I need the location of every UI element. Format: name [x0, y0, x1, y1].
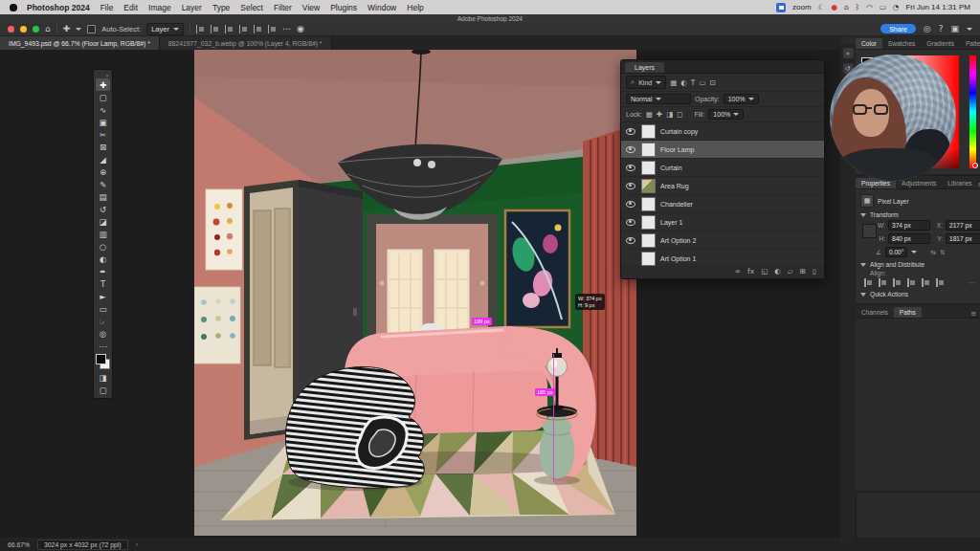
move-tool-options-icon[interactable]: ✚: [63, 25, 71, 33]
lasso-tool[interactable]: ∿: [96, 103, 110, 116]
window-minimize-button[interactable]: [20, 26, 27, 33]
filter-pixel-icon[interactable]: ▦: [670, 78, 677, 87]
share-button[interactable]: Share: [880, 24, 916, 33]
menu-edit[interactable]: Edit: [123, 3, 138, 12]
layer-row-layer-1[interactable]: Layer 1: [621, 213, 824, 231]
align-right-icon[interactable]: [225, 25, 234, 33]
workspace-switcher-icon[interactable]: ▣: [950, 25, 959, 33]
align-left-icon[interactable]: [196, 25, 205, 33]
lock-position-icon[interactable]: ✚: [657, 110, 662, 119]
eyedropper-tool[interactable]: ◢: [96, 153, 110, 165]
panel-menu-icon[interactable]: ≡: [970, 310, 980, 318]
home-icon[interactable]: ⌂: [45, 25, 51, 33]
clone-stamp-tool[interactable]: ▤: [96, 190, 110, 203]
align-bottom-edges-icon[interactable]: [936, 278, 945, 287]
hand-tool[interactable]: ☞: [96, 315, 110, 327]
layer-mask-icon[interactable]: ◱: [761, 267, 768, 276]
visibility-toggle[interactable]: [625, 219, 636, 226]
blur-tool[interactable]: ○: [96, 240, 110, 253]
flip-horizontal-icon[interactable]: ⇆: [930, 249, 936, 256]
hue-slider-handle[interactable]: [972, 163, 978, 168]
angle-field[interactable]: 0.00°: [885, 247, 907, 257]
more-options-icon[interactable]: ◉: [297, 25, 304, 33]
object-selection-tool[interactable]: ▣: [96, 116, 110, 128]
align-more-icon[interactable]: ⋯: [282, 25, 291, 33]
flip-vertical-icon[interactable]: ⇅: [940, 249, 946, 256]
dodge-tool[interactable]: ◐: [96, 253, 110, 265]
align-bottom-icon[interactable]: [268, 25, 277, 33]
layer-thumbnail[interactable]: [641, 197, 656, 211]
collapse-panels-icon[interactable]: «: [843, 48, 854, 58]
status-chevron-icon[interactable]: ›: [136, 540, 139, 548]
zoom-percentage[interactable]: 66.67%: [8, 541, 30, 548]
moon-icon[interactable]: ☾: [818, 3, 825, 11]
layer-thumbnail[interactable]: [641, 215, 656, 230]
document-tab-active[interactable]: IMG_9493.psd @ 66.7% (Floor Lamp, RGB/8#…: [0, 36, 160, 50]
zoom-app-label[interactable]: zoom: [792, 3, 812, 11]
transform-proxy-icon[interactable]: [862, 224, 877, 238]
menu-select[interactable]: Select: [240, 3, 263, 12]
layer-row-art-option-2[interactable]: Art Option 2: [621, 231, 824, 250]
adjustment-layer-icon[interactable]: ◐: [774, 267, 781, 276]
frame-tool[interactable]: ⊠: [96, 141, 110, 153]
pen-tool[interactable]: ✒: [96, 265, 110, 277]
layer-thumbnail[interactable]: [641, 179, 656, 193]
brush-tool[interactable]: ✎: [96, 178, 110, 190]
lock-artboard-icon[interactable]: ◨: [666, 110, 673, 119]
visibility-toggle[interactable]: [625, 165, 636, 171]
quick-actions-header[interactable]: Quick Actions: [860, 291, 975, 298]
menu-filter[interactable]: Filter: [274, 3, 292, 12]
path-selection-tool[interactable]: ►: [96, 290, 110, 302]
align-horizontal-centers-icon[interactable]: [879, 278, 887, 287]
menu-layer[interactable]: Layer: [182, 3, 202, 12]
menu-type[interactable]: Type: [212, 3, 230, 12]
move-tool[interactable]: ✚: [96, 78, 110, 91]
display-icon[interactable]: ⌂: [844, 3, 849, 11]
layer-row-chandelier[interactable]: Chandelier: [621, 195, 824, 213]
apple-logo-icon[interactable]: [10, 4, 17, 11]
visibility-toggle[interactable]: [625, 237, 636, 244]
align-top-edges-icon[interactable]: [907, 278, 916, 287]
layer-thumbnail[interactable]: [641, 233, 656, 248]
hue-slider[interactable]: [969, 55, 976, 168]
filter-adjustment-icon[interactable]: ◐: [680, 78, 687, 87]
lock-transparent-icon[interactable]: ▦: [646, 110, 653, 119]
menu-image[interactable]: Image: [148, 3, 171, 12]
screen-mode-button[interactable]: ▢: [96, 384, 110, 396]
fill-field[interactable]: 100%: [708, 109, 744, 120]
align-right-edges-icon[interactable]: [893, 278, 902, 287]
lock-all-icon[interactable]: ◻: [677, 110, 682, 119]
blend-mode-dropdown[interactable]: Normal: [626, 94, 691, 104]
rectangular-marquee-tool[interactable]: ▢: [96, 91, 110, 103]
edit-toolbar-button[interactable]: ⋯: [96, 340, 110, 352]
eraser-tool[interactable]: ◪: [96, 215, 110, 228]
tab-layers[interactable]: Layers: [625, 62, 664, 73]
menu-clock[interactable]: Fri Jun 14 1:31 PM: [905, 3, 970, 11]
document-info[interactable]: 3024 px x 4032 px (72 ppi): [37, 540, 127, 550]
height-field[interactable]: 840 px: [888, 233, 930, 244]
menu-view[interactable]: View: [302, 3, 320, 12]
align-top-icon[interactable]: [239, 25, 248, 33]
layer-thumbnail[interactable]: [641, 124, 656, 139]
y-field[interactable]: 1817 px: [946, 233, 980, 244]
tab-patterns[interactable]: Patterns: [960, 38, 980, 49]
tab-swatches[interactable]: Swatches: [882, 38, 922, 49]
wifi-icon[interactable]: ◠: [866, 3, 873, 11]
zoom-app-icon[interactable]: [776, 3, 786, 12]
tab-libraries[interactable]: Libraries: [942, 178, 977, 188]
quick-mask-mode-button[interactable]: ◨: [96, 371, 110, 384]
visibility-toggle[interactable]: [625, 201, 636, 208]
layer-row-floor-lamp[interactable]: Floor Lamp: [621, 141, 824, 159]
filter-shape-icon[interactable]: ▭: [699, 78, 705, 87]
align-center-h-icon[interactable]: [211, 25, 219, 33]
record-icon[interactable]: ●: [831, 3, 837, 11]
menu-plugins[interactable]: Plugins: [330, 3, 357, 12]
visibility-toggle[interactable]: [625, 183, 636, 189]
layer-thumbnail[interactable]: [641, 161, 656, 175]
toolbar-collapse-icon[interactable]: »: [105, 72, 109, 78]
align-vertical-centers-icon[interactable]: [922, 278, 930, 287]
help-icon[interactable]: ?: [939, 25, 944, 33]
gradient-tool[interactable]: ▥: [96, 228, 110, 240]
healing-brush-tool[interactable]: ⊕: [96, 165, 110, 178]
align-more-icon[interactable]: ⋯: [969, 279, 975, 287]
